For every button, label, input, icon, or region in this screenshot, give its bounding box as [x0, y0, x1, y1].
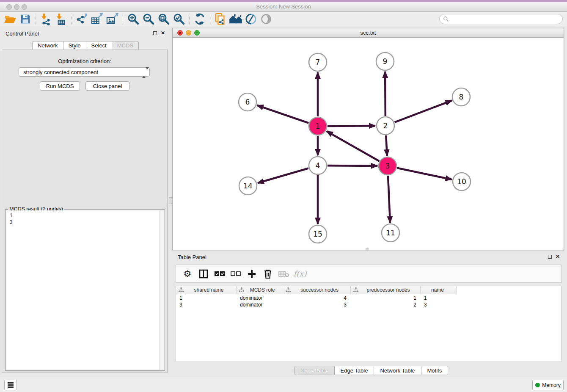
edge-1-2[interactable]: [328, 126, 375, 126]
cell-shared-name[interactable]: 3: [176, 301, 237, 308]
search-field[interactable]: [439, 14, 563, 24]
network-window-title: scc.txt: [173, 30, 564, 36]
cyndex-home-icon[interactable]: [228, 12, 243, 26]
criterion-value: strongly connected component: [23, 69, 98, 75]
zoom-in-icon[interactable]: [126, 12, 141, 26]
graph-node-label: 3: [385, 162, 390, 170]
delete-column-icon[interactable]: [260, 266, 276, 282]
column-type-icon: [239, 287, 244, 293]
cell-predecessor-nodes[interactable]: 1: [351, 295, 421, 301]
float-panel-icon[interactable]: [153, 31, 157, 35]
unselect-all-columns-icon[interactable]: [228, 266, 244, 282]
column-header-name[interactable]: name: [421, 286, 457, 294]
edge-3-10[interactable]: [397, 168, 452, 179]
close-table-panel-icon[interactable]: ✕: [556, 254, 560, 259]
control-panel-header: Control Panel ✕: [0, 29, 169, 39]
table-panel-header: Table Panel ✕: [172, 252, 564, 262]
graph-node-label: 9: [383, 57, 388, 66]
graph-node-label: 15: [313, 230, 322, 238]
function-builder-disabled-icon: f(x): [292, 266, 308, 282]
select-columns-icon[interactable]: [195, 266, 212, 282]
column-type-icon: [179, 287, 184, 293]
mcds-result-group: MCDS result (2 nodes) 1 3: [5, 209, 165, 371]
apply-layout-icon[interactable]: [192, 12, 207, 26]
panel-splitter-handle[interactable]: [169, 197, 172, 204]
result-line: 3: [10, 219, 160, 226]
open-session-icon[interactable]: [3, 12, 18, 26]
run-mcds-button[interactable]: Run MCDS: [40, 81, 80, 91]
table-settings-gear-icon[interactable]: ⚙: [179, 266, 195, 282]
network-window-titlebar[interactable]: ✕ − + scc.txt: [173, 28, 564, 38]
cell-successor-nodes[interactable]: 3: [283, 301, 351, 308]
clone-network-icon[interactable]: [213, 12, 228, 26]
close-panel-icon[interactable]: ✕: [161, 31, 165, 36]
tab-mcds[interactable]: MCDS: [112, 41, 139, 50]
criterion-dropdown[interactable]: strongly connected component: [19, 67, 150, 77]
mcds-result-list[interactable]: 1 3: [6, 210, 164, 370]
tab-network[interactable]: Network: [32, 41, 63, 50]
graph-node-label: 4: [316, 161, 320, 170]
tab-motifs[interactable]: Motifs: [421, 366, 448, 375]
edge-2-9[interactable]: [385, 72, 385, 116]
table-row[interactable]: 3 dominator 3 2 3: [176, 301, 457, 308]
column-header-mcds-role[interactable]: MCDS role: [237, 286, 283, 294]
cell-successor-nodes[interactable]: 4: [283, 295, 351, 301]
result-scrollbar[interactable]: [159, 210, 164, 370]
table-toolbar: ⚙ f(x): [176, 265, 561, 283]
toolbar-separator: [72, 14, 72, 25]
app-titlebar: Session: New Session: [0, 2, 567, 12]
table-panel-title: Table Panel: [178, 254, 206, 260]
cell-mcds-role[interactable]: dominator: [237, 295, 283, 301]
edge-3-11[interactable]: [388, 176, 390, 223]
cell-name[interactable]: 3: [421, 301, 457, 308]
import-network-icon[interactable]: [39, 12, 54, 26]
close-panel-button[interactable]: Close panel: [85, 81, 129, 91]
hide-disabled-icon[interactable]: [259, 12, 274, 26]
zoom-out-icon[interactable]: [141, 12, 156, 26]
canvas-resize-grip[interactable]: [366, 248, 369, 251]
search-input[interactable]: [449, 16, 555, 22]
tab-select[interactable]: Select: [86, 41, 112, 50]
cell-predecessor-nodes[interactable]: 2: [351, 301, 421, 308]
export-network-icon[interactable]: [74, 12, 90, 26]
node-table[interactable]: shared name MCDS role successor nodes pr…: [176, 286, 561, 362]
result-line: 1: [10, 212, 160, 219]
create-column-icon[interactable]: [244, 266, 260, 282]
edge-2-8[interactable]: [395, 101, 452, 122]
table-row[interactable]: 1 dominator 4 1 1: [176, 295, 457, 301]
column-header-predecessor-nodes[interactable]: predecessor nodes: [351, 286, 421, 294]
column-header-successor-nodes[interactable]: successor nodes: [283, 286, 351, 294]
table-header-row: shared name MCDS role successor nodes pr…: [176, 286, 457, 294]
select-all-columns-icon[interactable]: [212, 266, 228, 282]
memory-status-icon: [535, 383, 540, 387]
control-panel-title: Control Panel: [6, 30, 39, 37]
float-table-panel-icon[interactable]: [548, 255, 552, 259]
optimization-criterion-label: Optimization criterion:: [0, 58, 169, 64]
control-panel-tabs: Network Style Select MCDS: [32, 41, 139, 50]
edge-2-3[interactable]: [386, 135, 387, 156]
export-table-icon[interactable]: [90, 12, 105, 26]
edge-3-1[interactable]: [327, 131, 379, 161]
tab-node-table[interactable]: Node Table: [295, 366, 335, 375]
graph-node-label: 11: [386, 229, 395, 237]
memory-button[interactable]: Memory: [532, 380, 564, 390]
export-image-icon[interactable]: [105, 12, 120, 26]
edge-1-6[interactable]: [257, 105, 309, 123]
column-header-shared-name[interactable]: shared name: [176, 286, 237, 294]
vizmap-disabled-icon[interactable]: [243, 12, 259, 26]
save-session-icon[interactable]: [18, 12, 33, 26]
import-table-icon[interactable]: [54, 12, 69, 26]
tab-edge-table[interactable]: Edge Table: [335, 366, 374, 375]
tab-style[interactable]: Style: [63, 41, 86, 50]
dropdown-stepper-icon: [142, 69, 146, 76]
cell-mcds-role[interactable]: dominator: [237, 301, 283, 308]
cell-shared-name[interactable]: 1: [176, 295, 237, 301]
network-canvas[interactable]: 7968124314101511: [173, 38, 564, 250]
cell-name[interactable]: 1: [421, 295, 457, 301]
zoom-selected-icon[interactable]: [171, 12, 187, 26]
edge-4-14[interactable]: [258, 168, 308, 183]
zoom-fit-icon[interactable]: [156, 12, 171, 26]
task-history-button[interactable]: [4, 380, 17, 390]
tab-network-table[interactable]: Network Table: [374, 366, 421, 375]
edge-4-3[interactable]: [328, 166, 377, 166]
